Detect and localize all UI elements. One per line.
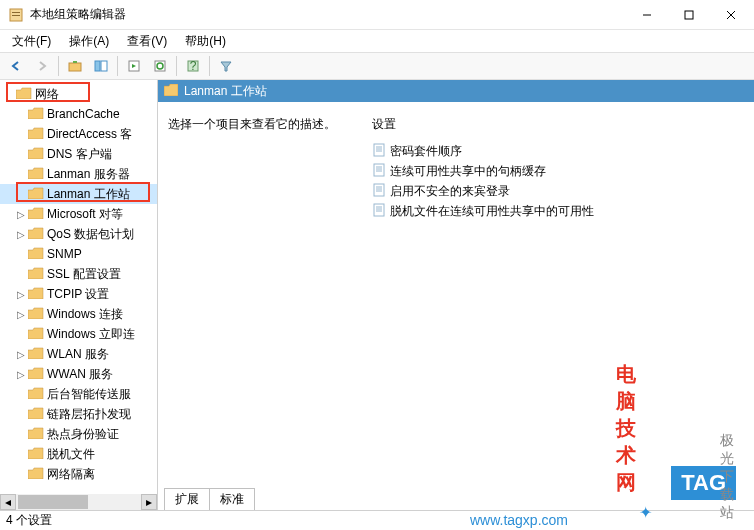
chevron-right-icon[interactable]: ▷ <box>14 287 28 301</box>
folder-icon <box>28 387 44 401</box>
tree-item[interactable]: ▷WLAN 服务 <box>0 344 157 364</box>
chevron-right-icon[interactable]: ▷ <box>14 207 28 221</box>
svg-rect-1 <box>12 12 20 13</box>
tree-spacer <box>14 127 28 141</box>
main-header-title: Lanman 工作站 <box>184 83 267 100</box>
tree-item[interactable]: 脱机文件 <box>0 444 157 464</box>
help-button[interactable]: ? <box>181 54 205 78</box>
tree-item[interactable]: 后台智能传送服 <box>0 384 157 404</box>
svg-rect-19 <box>374 164 384 176</box>
svg-rect-7 <box>69 63 81 71</box>
description-text: 选择一个项目来查看它的描述。 <box>168 116 348 133</box>
expand-icon[interactable] <box>2 87 16 101</box>
tree-item[interactable]: ▷Windows 连接 <box>0 304 157 324</box>
tree-root[interactable]: 网络 <box>0 84 157 104</box>
status-text: 4 个设置 <box>6 512 52 529</box>
filter-button[interactable] <box>214 54 238 78</box>
tree-spacer <box>14 167 28 181</box>
tree-label: 脱机文件 <box>47 446 95 463</box>
tree-scrollbar-horizontal[interactable]: ◂ ▸ <box>0 494 157 510</box>
chevron-right-icon[interactable]: ▷ <box>14 227 28 241</box>
tree-item[interactable]: DNS 客户端 <box>0 144 157 164</box>
folder-icon <box>28 247 44 261</box>
svg-rect-15 <box>374 144 384 156</box>
tree-item[interactable]: BranchCache <box>0 104 157 124</box>
tree-label: QoS 数据包计划 <box>47 226 134 243</box>
tree-label: 链路层拓扑发现 <box>47 406 131 423</box>
tree-label: Microsoft 对等 <box>47 206 123 223</box>
svg-rect-4 <box>685 11 693 19</box>
policy-icon <box>372 163 386 180</box>
menu-file[interactable]: 文件(F) <box>4 31 59 52</box>
window-controls <box>626 1 752 29</box>
tabs: 扩展 标准 <box>158 488 754 510</box>
chevron-right-icon[interactable]: ▷ <box>14 307 28 321</box>
tree-item[interactable]: ▷WWAN 服务 <box>0 364 157 384</box>
statusbar: 4 个设置 <box>0 510 754 530</box>
menu-view[interactable]: 查看(V) <box>119 31 175 52</box>
tree-item[interactable]: ▷QoS 数据包计划 <box>0 224 157 244</box>
scroll-left-button[interactable]: ◂ <box>0 494 16 510</box>
tree-item[interactable]: ▷TCPIP 设置 <box>0 284 157 304</box>
maximize-button[interactable] <box>668 1 710 29</box>
tree-item[interactable]: Lanman 工作站 <box>0 184 157 204</box>
main-body: 选择一个项目来查看它的描述。 设置 密码套件顺序连续可用性共享中的句柄缓存启用不… <box>158 102 754 488</box>
scroll-track[interactable] <box>16 494 141 510</box>
back-button[interactable] <box>4 54 28 78</box>
forward-button[interactable] <box>30 54 54 78</box>
setting-item[interactable]: 连续可用性共享中的句柄缓存 <box>372 161 744 181</box>
tree-item[interactable]: 网络隔离 <box>0 464 157 484</box>
folder-icon <box>28 167 44 181</box>
policy-icon <box>372 143 386 160</box>
setting-item[interactable]: 密码套件顺序 <box>372 141 744 161</box>
tree-item[interactable]: SSL 配置设置 <box>0 264 157 284</box>
menu-help[interactable]: 帮助(H) <box>177 31 234 52</box>
setting-item[interactable]: 脱机文件在连续可用性共享中的可用性 <box>372 201 744 221</box>
tree-item[interactable]: 热点身份验证 <box>0 424 157 444</box>
tab-extended[interactable]: 扩展 <box>164 488 210 510</box>
tree-label: 网络隔离 <box>47 466 95 483</box>
folder-icon <box>28 267 44 281</box>
svg-text:?: ? <box>190 59 197 73</box>
tree-spacer <box>14 467 28 481</box>
svg-rect-8 <box>95 61 100 71</box>
chevron-right-icon[interactable]: ▷ <box>14 367 28 381</box>
tree-label: 网络 <box>35 86 59 103</box>
tree-item[interactable]: Windows 立即连 <box>0 324 157 344</box>
tree-spacer <box>14 387 28 401</box>
policy-icon <box>372 203 386 220</box>
tree-item[interactable]: DirectAccess 客 <box>0 124 157 144</box>
show-hide-tree-button[interactable] <box>89 54 113 78</box>
tab-standard[interactable]: 标准 <box>209 488 255 510</box>
tree-label: Windows 连接 <box>47 306 123 323</box>
tree-label: 热点身份验证 <box>47 426 119 443</box>
tree-pane: 网络BranchCacheDirectAccess 客DNS 客户端Lanman… <box>0 80 158 510</box>
content-area: 网络BranchCacheDirectAccess 客DNS 客户端Lanman… <box>0 80 754 510</box>
tree-item[interactable]: 链路层拓扑发现 <box>0 404 157 424</box>
toolbar: ? <box>0 52 754 80</box>
menu-action[interactable]: 操作(A) <box>61 31 117 52</box>
settings-list: 密码套件顺序连续可用性共享中的句柄缓存启用不安全的来宾登录脱机文件在连续可用性共… <box>372 141 744 221</box>
tree-item[interactable]: SNMP <box>0 244 157 264</box>
up-button[interactable] <box>63 54 87 78</box>
folder-icon <box>164 84 178 99</box>
refresh-button[interactable] <box>148 54 172 78</box>
folder-icon <box>28 147 44 161</box>
tree-label: Windows 立即连 <box>47 326 135 343</box>
minimize-button[interactable] <box>626 1 668 29</box>
separator <box>117 56 118 76</box>
export-button[interactable] <box>122 54 146 78</box>
tree-item[interactable]: Lanman 服务器 <box>0 164 157 184</box>
folder-icon <box>28 467 44 481</box>
settings-column: 设置 密码套件顺序连续可用性共享中的句柄缓存启用不安全的来宾登录脱机文件在连续可… <box>372 116 744 474</box>
close-button[interactable] <box>710 1 752 29</box>
scroll-right-button[interactable]: ▸ <box>141 494 157 510</box>
policy-icon <box>372 183 386 200</box>
svg-rect-9 <box>101 61 107 71</box>
tree-item[interactable]: ▷Microsoft 对等 <box>0 204 157 224</box>
chevron-right-icon[interactable]: ▷ <box>14 347 28 361</box>
tree-body[interactable]: 网络BranchCacheDirectAccess 客DNS 客户端Lanman… <box>0 80 157 494</box>
folder-icon <box>28 327 44 341</box>
setting-item[interactable]: 启用不安全的来宾登录 <box>372 181 744 201</box>
scroll-thumb[interactable] <box>18 495 88 509</box>
